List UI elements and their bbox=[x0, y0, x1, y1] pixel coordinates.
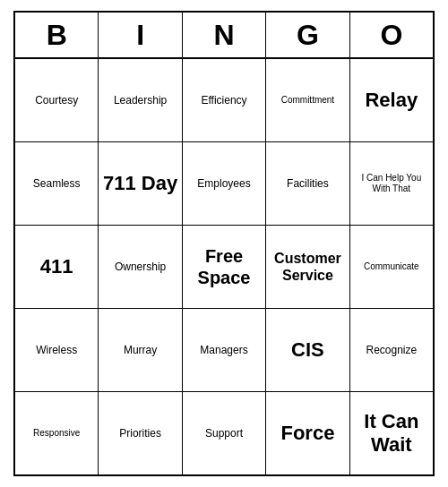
bingo-row-1: Seamless711 DayEmployeesFacilitiesI Can … bbox=[15, 142, 433, 226]
bingo-cell-1-1: 711 Day bbox=[99, 142, 182, 225]
bingo-cell-0-2: Efficiency bbox=[183, 59, 266, 141]
bingo-cell-1-4: I Can Help You With That bbox=[350, 142, 433, 225]
bingo-cell-2-1: Ownership bbox=[99, 226, 182, 308]
bingo-cell-0-3: Committment bbox=[266, 59, 349, 141]
bingo-cell-4-3: Force bbox=[266, 392, 349, 474]
bingo-letter-o: O bbox=[350, 13, 433, 57]
bingo-letter-n: N bbox=[183, 13, 266, 57]
bingo-cell-3-2: Managers bbox=[183, 309, 266, 391]
bingo-cell-3-1: Murray bbox=[99, 309, 182, 391]
bingo-row-0: CourtesyLeadershipEfficiencyCommittmentR… bbox=[15, 59, 433, 142]
bingo-cell-1-0: Seamless bbox=[15, 142, 99, 225]
bingo-cell-0-0: Courtesy bbox=[15, 59, 99, 141]
bingo-cell-2-3: Customer Service bbox=[266, 226, 349, 308]
bingo-header: BINGO bbox=[15, 13, 433, 59]
bingo-grid: CourtesyLeadershipEfficiencyCommittmentR… bbox=[15, 59, 433, 474]
bingo-cell-0-4: Relay bbox=[350, 59, 433, 141]
bingo-cell-3-4: Recognize bbox=[350, 309, 433, 391]
bingo-cell-1-2: Employees bbox=[183, 142, 266, 225]
bingo-row-3: WirelessMurrayManagersCISRecognize bbox=[15, 309, 433, 392]
bingo-cell-3-3: CIS bbox=[266, 309, 349, 391]
bingo-cell-0-1: Leadership bbox=[99, 59, 182, 141]
bingo-cell-4-1: Priorities bbox=[99, 392, 182, 474]
bingo-cell-2-2: Free Space bbox=[183, 226, 266, 308]
bingo-cell-2-4: Communicate bbox=[350, 226, 433, 308]
bingo-row-2: 411OwnershipFree SpaceCustomer ServiceCo… bbox=[15, 226, 433, 309]
bingo-letter-g: G bbox=[266, 13, 349, 57]
bingo-cell-2-0: 411 bbox=[15, 226, 99, 308]
bingo-cell-4-2: Support bbox=[183, 392, 266, 474]
bingo-letter-b: B bbox=[15, 13, 99, 57]
bingo-card: BINGO CourtesyLeadershipEfficiencyCommit… bbox=[13, 11, 435, 476]
bingo-cell-4-0: Responsive bbox=[15, 392, 99, 474]
bingo-row-4: ResponsivePrioritiesSupportForceIt Can W… bbox=[15, 392, 433, 474]
bingo-cell-4-4: It Can Wait bbox=[350, 392, 433, 474]
bingo-letter-i: I bbox=[99, 13, 182, 57]
bingo-cell-3-0: Wireless bbox=[15, 309, 99, 391]
bingo-cell-1-3: Facilities bbox=[266, 142, 349, 225]
